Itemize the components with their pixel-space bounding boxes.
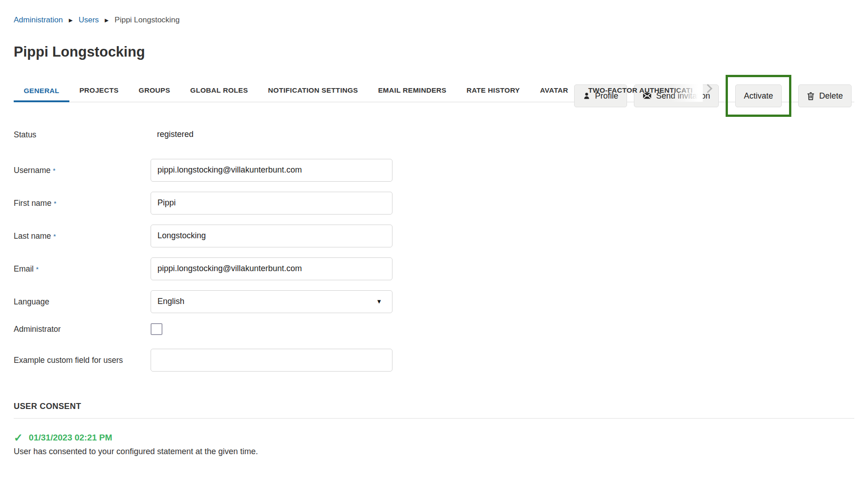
tab-avatar[interactable]: AVATAR [530,80,578,102]
tab-email-reminders[interactable]: EMAIL REMINDERS [368,80,456,102]
activate-button[interactable]: Activate [735,84,782,107]
first-name-label: First name* [14,197,151,209]
activate-highlight-annotation: Activate [726,75,791,117]
tab-general[interactable]: GENERAL [14,81,69,102]
tab-global-roles[interactable]: GLOBAL ROLES [180,80,258,102]
breadcrumb-current: Pippi Longstocking [115,16,180,25]
administrator-checkbox[interactable] [151,323,162,335]
username-input[interactable] [151,159,392,182]
consent-message: User has consented to your configured st… [14,447,854,456]
last-name-row: Last name* [14,225,854,247]
email-row: Email* [14,257,854,280]
last-name-input[interactable] [151,225,392,247]
user-consent-section: USER CONSENT ✓ 01/31/2023 02:21 PM User … [14,402,854,456]
custom-field-label: Example custom field for users [14,354,151,366]
tab-groups[interactable]: GROUPS [129,80,180,102]
consent-timestamp-row: ✓ 01/31/2023 02:21 PM [14,432,854,443]
page-title: Pippi Longstocking [14,44,854,60]
status-label: Status [14,129,151,141]
page-header: Pippi Longstocking Profile Send invitati… [14,44,854,60]
username-label: Username* [14,164,151,176]
language-label: Language [14,296,151,308]
breadcrumb: Administration ▶ Users ▶ Pippi Longstock… [14,0,854,25]
last-name-label: Last name* [14,230,151,242]
required-asterisk: * [54,199,57,207]
status-value: registered [151,130,193,139]
first-name-input[interactable] [151,192,392,215]
checkmark-icon: ✓ [14,432,23,443]
language-select[interactable]: English ▼ [151,290,392,313]
required-asterisk: * [36,265,39,273]
required-asterisk: * [53,232,56,240]
tab-projects[interactable]: PROJECTS [69,80,129,102]
consent-timestamp: 01/31/2023 02:21 PM [29,433,112,443]
breadcrumb-link-administration[interactable]: Administration [14,16,63,25]
email-label: Email* [14,263,151,275]
breadcrumb-separator-icon: ▶ [105,18,109,23]
status-row: Status registered [14,129,854,141]
breadcrumb-link-users[interactable]: Users [78,16,99,25]
user-general-form: Status registered Username* First name* … [14,129,854,372]
caret-down-icon: ▼ [376,299,382,304]
administrator-row: Administrator [14,323,854,335]
tab-notification-settings[interactable]: NOTIFICATION SETTINGS [258,80,368,102]
delete-button[interactable]: Delete [798,84,852,107]
tab-rate-history[interactable]: RATE HISTORY [456,80,530,102]
username-row: Username* [14,159,854,182]
language-row: Language English ▼ [14,290,854,313]
custom-field-row: Example custom field for users [14,349,854,372]
trash-icon [807,92,815,100]
administrator-label: Administrator [14,323,151,335]
custom-field-input[interactable] [151,349,392,372]
tab-two-factor-authentication[interactable]: TWO-FACTOR AUTHENTICATI [578,80,703,102]
breadcrumb-separator-icon: ▶ [69,18,73,23]
language-selected-value: English [157,297,184,306]
email-input[interactable] [151,257,392,280]
first-name-row: First name* [14,192,854,215]
user-consent-heading: USER CONSENT [14,402,854,419]
required-asterisk: * [53,167,56,174]
